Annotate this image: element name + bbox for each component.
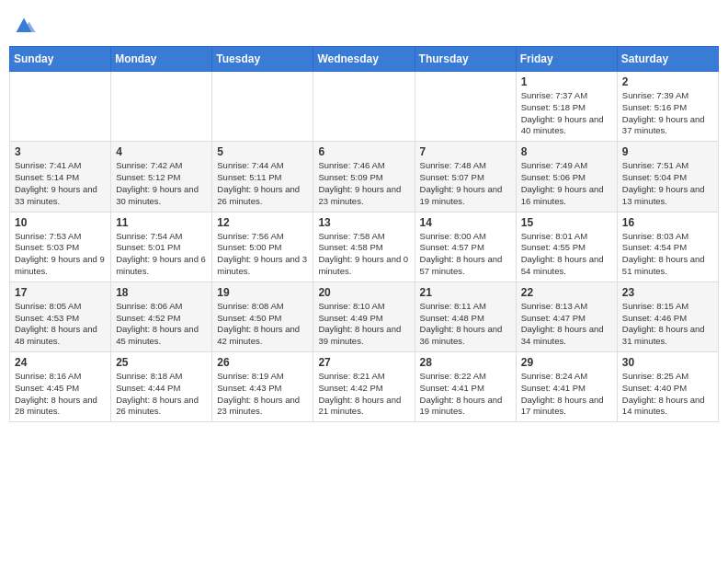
calendar-cell	[313, 72, 415, 142]
calendar-cell: 27Sunrise: 8:21 AM Sunset: 4:42 PM Dayli…	[313, 352, 415, 422]
calendar-cell: 7Sunrise: 7:48 AM Sunset: 5:07 PM Daylig…	[415, 142, 516, 212]
day-number: 30	[622, 356, 713, 369]
calendar-cell: 1Sunrise: 7:37 AM Sunset: 5:18 PM Daylig…	[516, 72, 617, 142]
day-info: Sunrise: 7:41 AM Sunset: 5:14 PM Dayligh…	[15, 160, 106, 207]
calendar-cell: 14Sunrise: 8:00 AM Sunset: 4:57 PM Dayli…	[415, 212, 516, 282]
day-number: 20	[318, 286, 409, 299]
day-of-week-header: Tuesday	[212, 47, 313, 72]
day-number: 8	[521, 145, 612, 158]
calendar-cell: 12Sunrise: 7:56 AM Sunset: 5:00 PM Dayli…	[212, 212, 313, 282]
calendar-cell: 23Sunrise: 8:15 AM Sunset: 4:46 PM Dayli…	[617, 282, 718, 351]
day-number: 29	[521, 356, 612, 369]
logo-icon	[11, 13, 37, 39]
day-info: Sunrise: 8:06 AM Sunset: 4:52 PM Dayligh…	[116, 301, 207, 348]
calendar-cell: 15Sunrise: 8:01 AM Sunset: 4:55 PM Dayli…	[516, 212, 617, 282]
calendar-cell: 29Sunrise: 8:24 AM Sunset: 4:41 PM Dayli…	[516, 352, 617, 422]
day-of-week-header: Thursday	[415, 47, 516, 72]
calendar-week-row: 10Sunrise: 7:53 AM Sunset: 5:03 PM Dayli…	[10, 212, 719, 282]
calendar-cell: 20Sunrise: 8:10 AM Sunset: 4:49 PM Dayli…	[313, 282, 415, 351]
calendar-header-row: SundayMondayTuesdayWednesdayThursdayFrid…	[10, 47, 719, 72]
day-info: Sunrise: 7:58 AM Sunset: 4:58 PM Dayligh…	[318, 231, 409, 278]
day-info: Sunrise: 8:21 AM Sunset: 4:42 PM Dayligh…	[318, 371, 409, 418]
day-info: Sunrise: 7:44 AM Sunset: 5:11 PM Dayligh…	[217, 160, 308, 207]
day-info: Sunrise: 7:48 AM Sunset: 5:07 PM Dayligh…	[420, 160, 511, 207]
day-number: 25	[116, 356, 207, 369]
day-number: 22	[521, 286, 612, 299]
calendar-cell	[212, 72, 313, 142]
day-info: Sunrise: 7:42 AM Sunset: 5:12 PM Dayligh…	[116, 160, 207, 207]
day-info: Sunrise: 8:11 AM Sunset: 4:48 PM Dayligh…	[420, 301, 511, 348]
calendar-cell: 22Sunrise: 8:13 AM Sunset: 4:47 PM Dayli…	[516, 282, 617, 351]
day-number: 10	[15, 216, 106, 229]
calendar-cell: 25Sunrise: 8:18 AM Sunset: 4:44 PM Dayli…	[111, 352, 212, 422]
day-info: Sunrise: 7:51 AM Sunset: 5:04 PM Dayligh…	[622, 160, 713, 207]
day-number: 6	[318, 145, 409, 158]
day-number: 7	[420, 145, 511, 158]
day-info: Sunrise: 8:00 AM Sunset: 4:57 PM Dayligh…	[420, 231, 511, 278]
calendar-cell	[415, 72, 516, 142]
calendar-cell: 26Sunrise: 8:19 AM Sunset: 4:43 PM Dayli…	[212, 352, 313, 422]
day-info: Sunrise: 7:53 AM Sunset: 5:03 PM Dayligh…	[15, 231, 106, 278]
day-info: Sunrise: 8:15 AM Sunset: 4:46 PM Dayligh…	[622, 301, 713, 348]
day-info: Sunrise: 8:05 AM Sunset: 4:53 PM Dayligh…	[15, 301, 106, 348]
page-header	[9, 9, 719, 39]
calendar-cell: 3Sunrise: 7:41 AM Sunset: 5:14 PM Daylig…	[10, 142, 111, 212]
day-number: 24	[15, 356, 106, 369]
calendar-cell: 6Sunrise: 7:46 AM Sunset: 5:09 PM Daylig…	[313, 142, 415, 212]
day-number: 28	[420, 356, 511, 369]
day-info: Sunrise: 8:22 AM Sunset: 4:41 PM Dayligh…	[420, 371, 511, 418]
day-number: 4	[116, 145, 207, 158]
day-info: Sunrise: 7:37 AM Sunset: 5:18 PM Dayligh…	[521, 90, 612, 137]
calendar-cell	[10, 72, 111, 142]
day-info: Sunrise: 8:01 AM Sunset: 4:55 PM Dayligh…	[521, 231, 612, 278]
calendar-cell: 10Sunrise: 7:53 AM Sunset: 5:03 PM Dayli…	[10, 212, 111, 282]
day-number: 1	[521, 75, 612, 88]
calendar-week-row: 24Sunrise: 8:16 AM Sunset: 4:45 PM Dayli…	[10, 352, 719, 422]
calendar-cell: 13Sunrise: 7:58 AM Sunset: 4:58 PM Dayli…	[313, 212, 415, 282]
day-info: Sunrise: 7:46 AM Sunset: 5:09 PM Dayligh…	[318, 160, 409, 207]
day-info: Sunrise: 8:16 AM Sunset: 4:45 PM Dayligh…	[15, 371, 106, 418]
calendar-cell: 8Sunrise: 7:49 AM Sunset: 5:06 PM Daylig…	[516, 142, 617, 212]
day-of-week-header: Wednesday	[313, 47, 415, 72]
day-info: Sunrise: 8:08 AM Sunset: 4:50 PM Dayligh…	[217, 301, 308, 348]
day-number: 27	[318, 356, 409, 369]
calendar-cell: 11Sunrise: 7:54 AM Sunset: 5:01 PM Dayli…	[111, 212, 212, 282]
day-info: Sunrise: 8:24 AM Sunset: 4:41 PM Dayligh…	[521, 371, 612, 418]
calendar-cell	[111, 72, 212, 142]
calendar-cell: 5Sunrise: 7:44 AM Sunset: 5:11 PM Daylig…	[212, 142, 313, 212]
day-info: Sunrise: 7:56 AM Sunset: 5:00 PM Dayligh…	[217, 231, 308, 278]
calendar-cell: 9Sunrise: 7:51 AM Sunset: 5:04 PM Daylig…	[617, 142, 718, 212]
day-number: 2	[622, 75, 713, 88]
calendar-week-row: 3Sunrise: 7:41 AM Sunset: 5:14 PM Daylig…	[10, 142, 719, 212]
day-of-week-header: Friday	[516, 47, 617, 72]
calendar-week-row: 17Sunrise: 8:05 AM Sunset: 4:53 PM Dayli…	[10, 282, 719, 351]
day-number: 3	[15, 145, 106, 158]
day-number: 11	[116, 216, 207, 229]
calendar-cell: 19Sunrise: 8:08 AM Sunset: 4:50 PM Dayli…	[212, 282, 313, 351]
day-info: Sunrise: 8:19 AM Sunset: 4:43 PM Dayligh…	[217, 371, 308, 418]
day-number: 23	[622, 286, 713, 299]
day-of-week-header: Saturday	[617, 47, 718, 72]
day-of-week-header: Sunday	[10, 47, 111, 72]
day-number: 15	[521, 216, 612, 229]
day-number: 13	[318, 216, 409, 229]
day-info: Sunrise: 7:54 AM Sunset: 5:01 PM Dayligh…	[116, 231, 207, 278]
day-number: 9	[622, 145, 713, 158]
day-number: 16	[622, 216, 713, 229]
day-number: 19	[217, 286, 308, 299]
day-of-week-header: Monday	[111, 47, 212, 72]
calendar-table: SundayMondayTuesdayWednesdayThursdayFrid…	[9, 46, 719, 422]
day-info: Sunrise: 8:13 AM Sunset: 4:47 PM Dayligh…	[521, 301, 612, 348]
day-number: 18	[116, 286, 207, 299]
calendar-cell: 16Sunrise: 8:03 AM Sunset: 4:54 PM Dayli…	[617, 212, 718, 282]
day-number: 21	[420, 286, 511, 299]
day-info: Sunrise: 8:18 AM Sunset: 4:44 PM Dayligh…	[116, 371, 207, 418]
day-number: 14	[420, 216, 511, 229]
logo	[9, 13, 37, 39]
calendar-cell: 4Sunrise: 7:42 AM Sunset: 5:12 PM Daylig…	[111, 142, 212, 212]
day-number: 26	[217, 356, 308, 369]
day-number: 17	[15, 286, 106, 299]
day-info: Sunrise: 7:39 AM Sunset: 5:16 PM Dayligh…	[622, 90, 713, 137]
day-info: Sunrise: 8:03 AM Sunset: 4:54 PM Dayligh…	[622, 231, 713, 278]
day-info: Sunrise: 8:10 AM Sunset: 4:49 PM Dayligh…	[318, 301, 409, 348]
